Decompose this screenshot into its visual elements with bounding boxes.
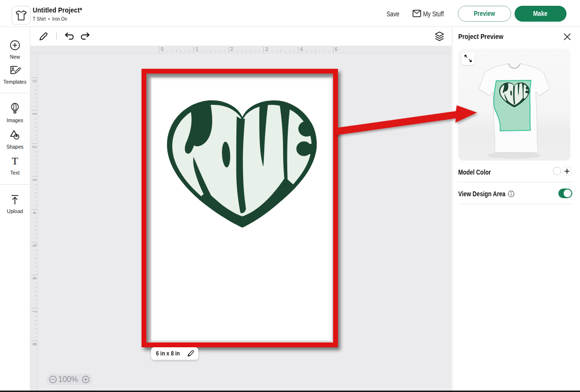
svg-text:T: T	[12, 156, 18, 166]
